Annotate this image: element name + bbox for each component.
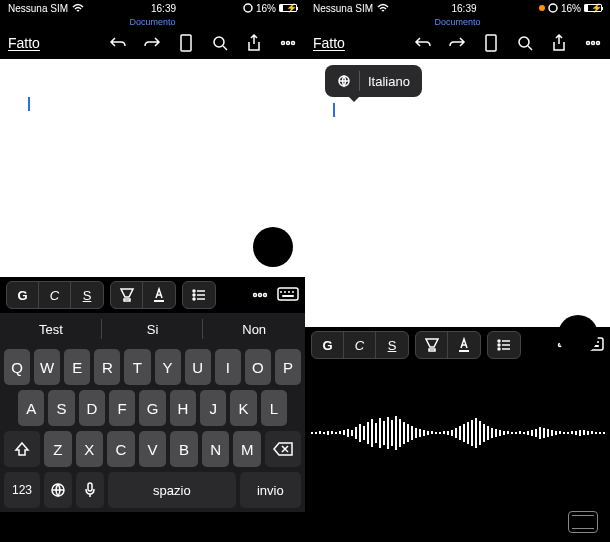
- highlight-group: [415, 331, 481, 359]
- highlight-button[interactable]: [111, 282, 143, 308]
- svg-rect-27: [459, 350, 469, 352]
- svg-point-28: [498, 340, 500, 342]
- text-style-group: G C S: [311, 331, 409, 359]
- list-button[interactable]: [488, 332, 520, 358]
- dictation-button[interactable]: [558, 315, 598, 355]
- svg-point-9: [193, 290, 195, 292]
- document-area[interactable]: Italiano: [305, 59, 610, 327]
- orientation-lock-icon: [243, 3, 253, 13]
- format-more-button[interactable]: [249, 284, 271, 306]
- enter-key[interactable]: invio: [240, 472, 301, 508]
- layout-button[interactable]: [482, 34, 500, 52]
- carrier-label: Nessuna SIM: [8, 3, 68, 14]
- suggestion-2[interactable]: Non: [203, 313, 305, 345]
- svg-point-18: [549, 4, 557, 12]
- more-button[interactable]: [584, 34, 602, 52]
- clock-label: 16:39: [451, 3, 476, 14]
- bold-button[interactable]: G: [7, 282, 39, 308]
- svg-rect-8: [154, 300, 164, 302]
- document-area[interactable]: [0, 59, 305, 277]
- key-n[interactable]: N: [202, 431, 230, 467]
- svg-rect-1: [181, 35, 191, 51]
- globe-key[interactable]: [44, 472, 72, 508]
- underline-button[interactable]: S: [71, 282, 103, 308]
- share-button[interactable]: [550, 34, 568, 52]
- key-i[interactable]: I: [215, 349, 241, 385]
- globe-button[interactable]: [317, 510, 337, 534]
- space-key[interactable]: spazio: [108, 472, 236, 508]
- dictation-key[interactable]: [76, 472, 104, 508]
- key-t[interactable]: T: [124, 349, 150, 385]
- key-d[interactable]: D: [79, 390, 105, 426]
- suggestion-bar: Test Si Non: [0, 313, 305, 345]
- svg-point-14: [264, 294, 267, 297]
- key-f[interactable]: F: [109, 390, 135, 426]
- key-k[interactable]: K: [230, 390, 256, 426]
- text-color-button[interactable]: [448, 332, 480, 358]
- italic-button[interactable]: C: [344, 332, 376, 358]
- key-w[interactable]: W: [34, 349, 60, 385]
- key-x[interactable]: X: [76, 431, 104, 467]
- key-h[interactable]: H: [170, 390, 196, 426]
- dictation-button[interactable]: [253, 227, 293, 267]
- text-color-button[interactable]: [143, 282, 175, 308]
- key-row-3: Z X C V B N M: [4, 431, 301, 467]
- battery-icon: [279, 4, 297, 12]
- svg-point-13: [259, 294, 262, 297]
- key-r[interactable]: R: [94, 349, 120, 385]
- key-g[interactable]: G: [139, 390, 165, 426]
- backspace-key[interactable]: [265, 431, 301, 467]
- more-button[interactable]: [279, 34, 297, 52]
- layout-button[interactable]: [177, 34, 195, 52]
- bold-button[interactable]: G: [312, 332, 344, 358]
- list-button[interactable]: [183, 282, 215, 308]
- key-l[interactable]: L: [261, 390, 287, 426]
- key-c[interactable]: C: [107, 431, 135, 467]
- key-o[interactable]: O: [245, 349, 271, 385]
- key-row-2: A S D F G H J K L: [4, 390, 301, 426]
- key-a[interactable]: A: [18, 390, 44, 426]
- search-button[interactable]: [211, 34, 229, 52]
- language-tooltip[interactable]: Italiano: [325, 65, 422, 97]
- suggestion-0[interactable]: Test: [0, 313, 102, 345]
- underline-button[interactable]: S: [376, 332, 408, 358]
- redo-button[interactable]: [143, 34, 161, 52]
- highlight-button[interactable]: [416, 332, 448, 358]
- document-title: Documento: [305, 16, 610, 27]
- keyboard-toggle-button[interactable]: [277, 284, 299, 306]
- key-y[interactable]: Y: [155, 349, 181, 385]
- key-m[interactable]: M: [233, 431, 261, 467]
- undo-button[interactable]: [414, 34, 432, 52]
- numbers-key[interactable]: 123: [4, 472, 40, 508]
- shift-key[interactable]: [4, 431, 40, 467]
- svg-rect-26: [429, 349, 435, 351]
- wifi-icon: [377, 3, 389, 13]
- svg-point-29: [498, 344, 500, 346]
- done-button[interactable]: Fatto: [8, 35, 40, 51]
- key-u[interactable]: U: [185, 349, 211, 385]
- battery-icon: [584, 4, 602, 12]
- clock-label: 16:39: [151, 3, 176, 14]
- svg-point-20: [519, 37, 529, 47]
- key-s[interactable]: S: [48, 390, 74, 426]
- italic-button[interactable]: C: [39, 282, 71, 308]
- key-p[interactable]: P: [275, 349, 301, 385]
- suggestion-1[interactable]: Si: [102, 313, 204, 345]
- key-z[interactable]: Z: [44, 431, 72, 467]
- svg-rect-19: [486, 35, 496, 51]
- share-button[interactable]: [245, 34, 263, 52]
- key-row-1: Q W E R T Y U I O P: [4, 349, 301, 385]
- undo-button[interactable]: [109, 34, 127, 52]
- key-e[interactable]: E: [64, 349, 90, 385]
- key-j[interactable]: J: [200, 390, 226, 426]
- keyboard-show-button[interactable]: [568, 511, 598, 533]
- search-button[interactable]: [516, 34, 534, 52]
- redo-button[interactable]: [448, 34, 466, 52]
- done-button[interactable]: Fatto: [313, 35, 345, 51]
- key-v[interactable]: V: [139, 431, 167, 467]
- highlight-group: [110, 281, 176, 309]
- key-b[interactable]: B: [170, 431, 198, 467]
- keyboard: Q W E R T Y U I O P A S D F G H J K L Z …: [0, 345, 305, 512]
- text-cursor: [28, 97, 30, 111]
- key-q[interactable]: Q: [4, 349, 30, 385]
